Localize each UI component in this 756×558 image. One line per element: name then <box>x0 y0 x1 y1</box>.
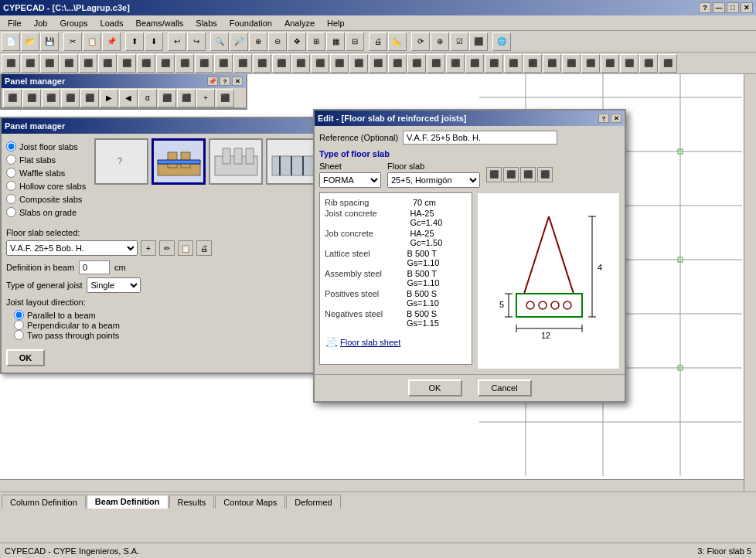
tb-new[interactable]: 📄 <box>2 32 20 51</box>
tab-deformed[interactable]: Deformed <box>286 495 340 509</box>
tb2-b5[interactable]: ⬛ <box>79 54 97 73</box>
tb2-b2[interactable]: ⬛ <box>21 54 39 73</box>
floor-slab-type-combo[interactable]: 25+5, Hormigón <box>387 172 480 188</box>
tb-b4[interactable]: ↪ <box>187 32 206 51</box>
icon-btn-2[interactable]: ⬛ <box>503 167 519 182</box>
close-btn[interactable]: ✕ <box>741 2 753 13</box>
definition-input[interactable] <box>79 260 110 274</box>
radio-twopass-input[interactable] <box>14 330 24 340</box>
tb2-b9[interactable]: ⬛ <box>156 54 175 73</box>
tb-b7[interactable]: ✥ <box>288 32 306 51</box>
menu-beamswalls[interactable]: Beams/walls <box>130 17 190 29</box>
tb-b17[interactable]: 🌐 <box>492 32 511 51</box>
tb2-b22[interactable]: ⬛ <box>407 54 426 73</box>
sheet-combo[interactable]: FORMA <box>319 172 381 188</box>
tb2-b7[interactable]: ⬛ <box>117 54 136 73</box>
tb-b5[interactable]: ⊕ <box>249 32 267 51</box>
floor-slab-sheet-btn[interactable]: 📄 Floor slab sheet <box>325 335 467 349</box>
tb2-b13[interactable]: ⬛ <box>233 54 252 73</box>
icon-btn-1[interactable]: ⬛ <box>486 167 502 182</box>
floor-slab-copy[interactable]: 📋 <box>178 240 193 256</box>
menu-loads[interactable]: Loads <box>94 17 130 29</box>
tb2-b33[interactable]: ⬛ <box>620 54 639 73</box>
maximize-btn[interactable]: □ <box>727 2 739 13</box>
menu-help[interactable]: Help <box>321 17 351 29</box>
tb2-b1[interactable]: ⬛ <box>2 54 20 73</box>
tb2-b30[interactable]: ⬛ <box>562 54 581 73</box>
pm-tb-b7[interactable]: ◀ <box>119 89 138 107</box>
pm-float-help[interactable]: ? <box>220 77 230 86</box>
tb2-b32[interactable]: ⬛ <box>601 54 619 73</box>
tb-b14[interactable]: ⊕ <box>431 32 449 51</box>
reference-input[interactable] <box>403 131 557 145</box>
tb-b1[interactable]: ⬆ <box>125 32 144 51</box>
menu-analyze[interactable]: Analyze <box>278 17 321 29</box>
pm-tb-b11[interactable]: + <box>196 89 215 107</box>
pm-tb-b4[interactable]: ⬛ <box>61 89 80 107</box>
pm-tb-b9[interactable]: ⬛ <box>158 89 176 107</box>
bottom-scrollbar[interactable] <box>0 479 744 492</box>
thumb-2[interactable] <box>152 138 206 185</box>
tb2-b24[interactable]: ⬛ <box>446 54 465 73</box>
pm-tb-b1[interactable]: ⬛ <box>3 89 22 107</box>
thumb-4[interactable] <box>266 138 320 185</box>
pm-float-close[interactable]: ✕ <box>232 77 243 86</box>
menu-foundation[interactable]: Foundation <box>223 17 278 29</box>
radio-waffle-input[interactable] <box>6 168 16 178</box>
tb2-b15[interactable]: ⬛ <box>272 54 291 73</box>
tb2-b4[interactable]: ⬛ <box>60 54 78 73</box>
radio-waffle[interactable]: Waffle slabs <box>6 168 91 178</box>
tb2-b6[interactable]: ⬛ <box>98 54 117 73</box>
tb-copy[interactable]: 📋 <box>83 32 101 51</box>
tb2-b3[interactable]: ⬛ <box>40 54 59 73</box>
edit-ok-button[interactable]: OK <box>408 379 462 396</box>
tb2-b25[interactable]: ⬛ <box>465 54 484 73</box>
tb2-b34[interactable]: ⬛ <box>639 54 658 73</box>
pm-tb-b6[interactable]: ▶ <box>100 89 118 107</box>
pm-tb-b10[interactable]: ⬛ <box>177 89 196 107</box>
radio-grade[interactable]: Slabs on grade <box>6 207 91 217</box>
edit-dialog-close[interactable]: ✕ <box>611 114 621 123</box>
tb-b8[interactable]: ⊞ <box>307 32 325 51</box>
radio-parallel-input[interactable] <box>14 310 24 320</box>
tb2-b14[interactable]: ⬛ <box>253 54 271 73</box>
radio-composite[interactable]: Composite slabs <box>6 194 91 204</box>
radio-flat[interactable]: Flat slabs <box>6 155 91 165</box>
help-btn[interactable]: ? <box>699 2 711 13</box>
tb2-b31[interactable]: ⬛ <box>581 54 600 73</box>
menu-job[interactable]: Job <box>28 17 54 29</box>
pm-tb-b3[interactable]: ⬛ <box>42 89 60 107</box>
right-scrollbar[interactable] <box>744 74 756 492</box>
tb-save[interactable]: 💾 <box>40 32 59 51</box>
floor-slab-edit[interactable]: ✏ <box>159 240 175 256</box>
tab-results[interactable]: Results <box>169 495 215 509</box>
tb2-b28[interactable]: ⬛ <box>523 54 542 73</box>
tab-contour-maps[interactable]: Contour Maps <box>215 495 285 509</box>
menu-file[interactable]: File <box>2 17 28 29</box>
floor-slab-print[interactable]: 🖨 <box>196 240 212 256</box>
tb-b9[interactable]: ▦ <box>326 32 345 51</box>
tb2-b20[interactable]: ⬛ <box>369 54 387 73</box>
tab-beam-definition[interactable]: Beam Definition <box>87 495 169 509</box>
radio-grade-input[interactable] <box>6 207 16 217</box>
pm-tb-b8[interactable]: α <box>138 89 157 107</box>
thumb-1[interactable]: ? <box>94 138 148 185</box>
tb2-b35[interactable]: ⬛ <box>659 54 677 73</box>
joist-type-combo[interactable]: Single <box>87 277 141 293</box>
pm-tb-b12[interactable]: ⬛ <box>216 89 234 107</box>
radio-hollow-input[interactable] <box>6 181 16 191</box>
tb-paste[interactable]: 📌 <box>102 32 121 51</box>
tb2-b23[interactable]: ⬛ <box>427 54 445 73</box>
tb2-b12[interactable]: ⬛ <box>214 54 233 73</box>
tb-zoom-in[interactable]: 🔍 <box>210 32 229 51</box>
pm-ok-button[interactable]: OK <box>6 349 45 366</box>
radio-composite-input[interactable] <box>6 194 16 204</box>
radio-hollow[interactable]: Hollow core slabs <box>6 181 91 191</box>
floor-slab-add[interactable]: + <box>141 240 156 256</box>
tb-open[interactable]: 📂 <box>21 32 39 51</box>
thumb-3[interactable] <box>209 138 263 185</box>
tb-b16[interactable]: ⬛ <box>469 32 488 51</box>
radio-joist-input[interactable] <box>6 141 16 151</box>
radio-perp-input[interactable] <box>14 320 24 330</box>
tb-b2[interactable]: ⬇ <box>145 32 163 51</box>
